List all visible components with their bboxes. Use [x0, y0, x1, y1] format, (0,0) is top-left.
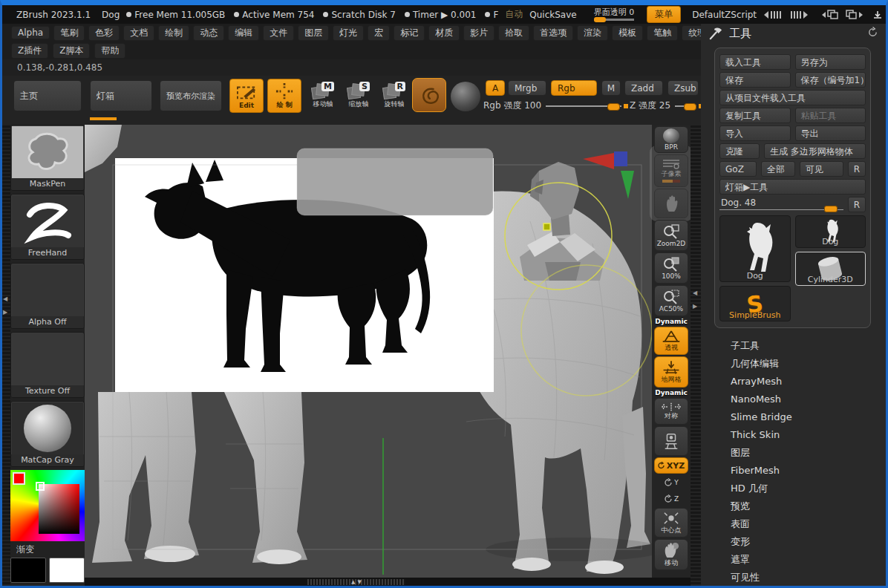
tool-section-header[interactable]: Slime Bridge — [731, 408, 886, 426]
ac50-button[interactable]: AC50% — [654, 285, 688, 316]
divider-left-arrow-icon[interactable]: ◀ — [3, 295, 7, 302]
lightbox-tool-button[interactable]: 灯箱▶工具 — [719, 179, 866, 195]
auto-toggle[interactable]: 自动 — [505, 8, 523, 21]
cylinder3d-thumbnail[interactable]: Cylinder3D — [795, 252, 866, 286]
tool-section-header[interactable]: FiberMesh — [731, 462, 886, 480]
tool-section-header[interactable]: 变形 — [731, 533, 886, 551]
current-brush-tile[interactable]: MaskPen — [10, 125, 85, 191]
stroke-type-button[interactable] — [412, 78, 446, 112]
tool-section-header[interactable]: 遮罩 — [731, 551, 886, 569]
canvas-viewport[interactable] — [85, 125, 652, 578]
symmetry-button[interactable]: 对称 — [654, 398, 688, 425]
rotate-y-button[interactable]: Y — [654, 475, 688, 490]
ui-transparency-thumb[interactable] — [594, 17, 606, 22]
divider-right-arrow-icon[interactable]: ▶ — [693, 303, 697, 310]
preview-boolean-button[interactable]: 预览布尔渲染 — [160, 80, 222, 111]
rgb-intensity-slider[interactable]: Rgb 强度 100 — [483, 99, 621, 112]
menu-item[interactable]: 色彩 — [88, 25, 120, 41]
menu-item[interactable]: 笔触 — [647, 25, 678, 41]
right-tray-divider[interactable]: ◀ ▶ — [691, 125, 701, 586]
mode-zsub-button[interactable]: Zsub — [667, 80, 699, 96]
load-from-project-button[interactable]: 从项目文件载入工具 — [719, 90, 866, 105]
tool-palette-header[interactable]: 工具 — [701, 24, 886, 43]
import-button[interactable]: 导入 — [719, 125, 791, 141]
tray-up-arrow-icon[interactable]: ▲ — [351, 579, 355, 585]
tool-section-header[interactable]: 表面 — [731, 515, 886, 533]
color-picker-marker[interactable] — [36, 482, 45, 491]
z-intensity-track[interactable] — [675, 105, 696, 107]
gyro-axis-button[interactable]: R 旋转轴 — [378, 82, 411, 109]
zoom2d-button[interactable]: Zoom2D — [654, 220, 688, 251]
menu-item[interactable]: 编辑 — [228, 25, 259, 41]
tool-section-header[interactable]: HD 几何 — [731, 480, 886, 497]
quicksave-button[interactable]: QuickSave — [529, 10, 576, 20]
axis-gizmo[interactable] — [583, 151, 634, 199]
scroll-button[interactable] — [654, 189, 688, 218]
subpixel-button[interactable]: 子像素 — [654, 154, 688, 187]
plugin-menu-item[interactable]: Z脚本 — [53, 43, 90, 59]
export-button[interactable]: 导出 — [795, 125, 866, 141]
clone-button[interactable]: 克隆 — [719, 143, 760, 159]
goz-all-button[interactable]: 全部 — [761, 161, 795, 177]
z-intensity-thumb[interactable] — [684, 103, 696, 111]
plugin-menu-item[interactable]: Z插件 — [11, 43, 48, 59]
menu-item[interactable]: 材质 — [428, 25, 460, 41]
undo-history-icon[interactable] — [821, 10, 839, 19]
make-polymesh-button[interactable]: 生成 多边形网格物体 — [764, 143, 866, 159]
active-tool-thumbnail[interactable]: Dog — [719, 215, 791, 282]
ui-transparency-slider[interactable]: 界面透明 0 — [594, 8, 635, 21]
menu-item[interactable]: 标记 — [394, 25, 425, 41]
refresh-icon[interactable] — [867, 27, 878, 40]
current-stroke-tile[interactable]: FreeHand — [10, 194, 85, 260]
menu-item[interactable]: 文档 — [123, 25, 154, 41]
bpr-button[interactable]: BPR — [654, 126, 688, 153]
menu-item[interactable]: 灯光 — [333, 25, 364, 41]
left-tray-divider[interactable]: ◀ ▶ — [2, 125, 10, 586]
tray-down-arrow-icon[interactable]: ▼ — [358, 579, 362, 585]
tool-slider-thumb[interactable] — [824, 206, 838, 212]
redo-history-icon[interactable] — [846, 10, 863, 19]
zscript-rewind-icon[interactable] — [763, 10, 783, 19]
lightbox-indicator[interactable] — [90, 117, 117, 120]
alpha-selector[interactable] — [451, 82, 480, 111]
menu-item[interactable]: 拾取 — [498, 25, 529, 41]
ui-transparency-track[interactable] — [594, 19, 635, 21]
goz-button[interactable]: GoZ — [719, 161, 757, 177]
lightbox-button[interactable]: 灯箱 — [90, 80, 152, 111]
menu-item[interactable]: Alpha — [11, 26, 50, 39]
perspective-button[interactable]: 透视 — [654, 327, 688, 355]
menu-item[interactable]: 笔刷 — [53, 25, 85, 41]
tool-section-header[interactable]: NanoMesh — [731, 391, 886, 408]
gyro-axis-button[interactable]: M 移动轴 — [307, 82, 339, 109]
current-texture-tile[interactable]: Texture Off — [10, 332, 85, 398]
load-tool-button[interactable]: 载入工具 — [719, 54, 791, 70]
rotate-z-button[interactable]: Z — [654, 491, 688, 506]
current-alpha-tile[interactable]: Alpha Off — [10, 263, 85, 329]
menu-item[interactable]: 宏 — [368, 25, 390, 41]
tool-section-header[interactable]: 子工具 — [731, 337, 886, 355]
tray-resize-handle[interactable]: ▲ ▼ — [307, 579, 405, 585]
local-symmetry-button[interactable] — [654, 426, 688, 456]
goz-visible-button[interactable]: 可见 — [800, 161, 843, 177]
tool-section-header[interactable]: ArrayMesh — [731, 373, 886, 391]
recent-tool-thumbnail[interactable]: Dog — [795, 215, 866, 248]
tool-section-header[interactable]: 可见性 — [731, 569, 886, 587]
copy-tool-button[interactable]: 复制工具 — [719, 108, 791, 123]
menu-item[interactable]: 文件 — [263, 25, 294, 41]
divider-right-arrow-icon[interactable]: ▶ — [3, 309, 7, 316]
rgb-intensity-track[interactable] — [546, 105, 621, 107]
mode-zadd-button[interactable]: Zadd — [624, 80, 663, 96]
tool-slider[interactable]: Dog. 48 — [719, 197, 843, 212]
color-picker[interactable] — [10, 470, 85, 541]
move-canvas-button[interactable]: 移动 — [654, 539, 688, 570]
zscript-play-icon[interactable] — [789, 10, 809, 19]
save-as-button[interactable]: 另存为 — [795, 54, 866, 70]
secondary-color-swatch[interactable] — [49, 558, 85, 583]
gyro-axis-button[interactable]: S 缩放轴 — [342, 82, 375, 109]
menu-item[interactable]: 首选项 — [533, 25, 573, 41]
save-button[interactable]: 保存 — [719, 72, 791, 88]
tool-section-header[interactable]: 几何体编辑 — [731, 355, 886, 373]
mode-mrgb-button[interactable]: Mrgb — [508, 80, 546, 96]
home-button[interactable]: 主页 — [13, 80, 82, 111]
plugin-menu-item[interactable]: 帮助 — [94, 43, 125, 59]
